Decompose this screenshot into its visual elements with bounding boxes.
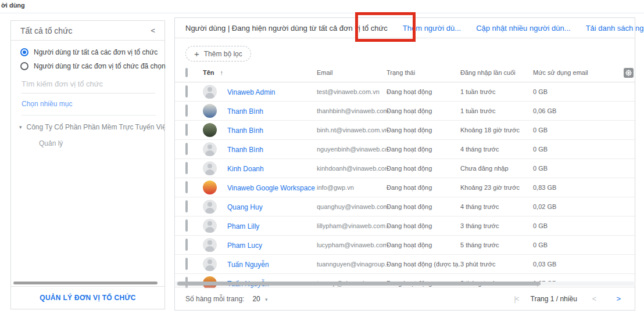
table-row[interactable]: Quang Huy quanghuy@vinaweb.com... Đang h… — [175, 197, 635, 217]
user-status: Đang hoạt động — [387, 222, 460, 229]
select-all-checkbox[interactable] — [185, 68, 188, 77]
column-header-status[interactable]: Trạng thái — [387, 69, 460, 76]
user-email: kinhdoanh@vinaweb.com... — [317, 165, 387, 172]
header-name-cell[interactable]: Tên ↑ — [203, 69, 317, 76]
add-filter-chip[interactable]: + Thêm bộ lọc — [185, 46, 251, 62]
user-email: thanhbinh@vinaweb.com... — [317, 107, 387, 114]
org-search-input[interactable]: Tìm kiếm đơn vị tổ chức — [22, 78, 155, 93]
table-row[interactable]: Vinaweb Google Workspace P... info@gwp.v… — [175, 178, 635, 197]
row-checkbox-cell — [185, 163, 203, 174]
user-email-usage: 0 GB — [533, 127, 613, 134]
radio-label: Người dùng từ các đơn vị tổ chức đã chọn — [34, 62, 166, 70]
radio-selected-org-units[interactable]: Người dùng từ các đơn vị tổ chức đã chọn — [20, 62, 156, 70]
row-checkbox-cell — [185, 240, 203, 250]
previous-page-icon[interactable]: < — [592, 294, 597, 303]
table-row[interactable]: Tuấn Nguyễn tuannp@vinaweb.com.vn Đang h… — [175, 274, 635, 288]
avatar-cell — [203, 238, 227, 252]
page-indicator: Trang 1 / nhiều — [531, 295, 577, 303]
name-cell: Quang Huy — [227, 201, 317, 212]
row-checkbox[interactable] — [185, 219, 188, 232]
chevron-down-icon: ▾ — [265, 297, 268, 302]
manage-columns-button[interactable] — [624, 68, 634, 78]
download-users-button[interactable]: Tải danh sách người dù... — [586, 24, 644, 33]
users-list-title: Người dùng | Đang hiện người dùng từ tất… — [185, 24, 388, 33]
user-status: Đang hoạt động — [387, 184, 460, 191]
row-checkbox[interactable] — [185, 104, 188, 117]
table-horizontal-scrollbar-track[interactable] — [176, 282, 634, 286]
user-email-usage: 0 GB — [533, 88, 613, 95]
avatar-cell — [203, 200, 227, 214]
row-checkbox-cell — [185, 221, 203, 231]
row-checkbox-cell — [185, 144, 203, 154]
user-avatar — [203, 200, 217, 214]
user-status: Đang hoạt động (được tạ... — [387, 261, 460, 268]
sort-ascending-icon[interactable]: ↑ — [220, 69, 224, 76]
next-page-icon[interactable]: > — [616, 294, 621, 303]
user-name-link[interactable]: Vinaweb Google Workspace P... — [227, 184, 317, 192]
add-user-button[interactable]: Thêm người dù... — [403, 24, 461, 33]
radio-unselected-icon[interactable] — [20, 62, 28, 70]
table-horizontal-scrollbar-thumb[interactable] — [177, 282, 541, 286]
org-tree-child[interactable]: Quản lý — [39, 139, 164, 147]
row-checkbox[interactable] — [185, 85, 188, 98]
user-email-usage: 0,03 GB — [533, 261, 613, 268]
table-row[interactable]: Vinaweb Admin test@vinaweb.com.vn Đang h… — [175, 82, 635, 102]
chevron-left-icon[interactable]: < — [151, 26, 155, 35]
header-checkbox-cell — [185, 69, 203, 76]
row-checkbox[interactable] — [185, 124, 188, 136]
sidebar-title: Tất cả tổ chức — [20, 26, 73, 35]
table-row[interactable]: Kinh Doanh kinhdoanh@vinaweb.com... Đang… — [175, 159, 635, 178]
column-header-email[interactable]: Email — [317, 69, 387, 76]
bulk-update-users-button[interactable]: Cập nhật nhiều người dùn... — [476, 24, 571, 33]
row-checkbox-cell — [185, 125, 203, 135]
rows-per-page-label: Số hàng mỗi trang: — [185, 295, 244, 303]
column-header-email-usage[interactable]: Mức sử dụng email — [533, 69, 613, 76]
sidebar-divider — [22, 115, 156, 116]
user-email: nguyenbinh@vinaweb.co... — [317, 146, 387, 153]
user-name-link[interactable]: Quang Huy — [227, 203, 263, 211]
table-row[interactable]: Pham Lilly lillypham@vinaweb.com.vn Đang… — [175, 217, 635, 236]
rows-per-page-select[interactable]: 20 ▾ — [252, 295, 267, 303]
user-name-link[interactable]: Vinaweb Admin — [227, 88, 276, 96]
user-name-link[interactable]: Tuấn Nguyễn — [227, 261, 269, 269]
row-checkbox[interactable] — [185, 181, 188, 193]
column-header-name[interactable]: Tên — [203, 69, 214, 76]
row-checkbox[interactable] — [185, 200, 188, 212]
user-name-link[interactable]: Thanh Bình — [227, 146, 263, 154]
org-sidebar: Tất cả tổ chức < Người dùng từ tất cả cá… — [10, 20, 165, 309]
radio-all-org-units[interactable]: Người dùng từ tất cả các đơn vị tổ chức — [20, 48, 156, 56]
user-email: lillypham@vinaweb.com.vn — [317, 222, 387, 229]
column-header-last-login[interactable]: Đăng nhập lần cuối — [460, 69, 533, 76]
user-email: binh.nt@vinaweb.com.vn — [317, 127, 387, 134]
table-row[interactable]: Tuấn Nguyễn tuannguyen@vinagroup.c... Đa… — [175, 255, 635, 274]
name-cell: Tuấn Nguyễn — [227, 259, 317, 269]
user-last-login: Khoảng 18 giờ trước — [460, 127, 533, 134]
table-row[interactable]: Pham Lucy lucypham@vinaweb.com... Đang h… — [175, 236, 635, 255]
user-status: Đang hoạt động — [387, 241, 460, 248]
user-email: quanghuy@vinaweb.com... — [317, 203, 387, 210]
user-name-link[interactable]: Pham Lilly — [227, 222, 259, 230]
user-name-link[interactable]: Thanh Bình — [227, 127, 263, 135]
radio-selected-icon[interactable] — [20, 48, 28, 56]
table-row[interactable]: Thanh Bình binh.nt@vinaweb.com.vn Đang h… — [175, 121, 635, 140]
user-name-link[interactable]: Kinh Doanh — [227, 165, 264, 173]
sidebar-horizontal-scrollbar[interactable] — [13, 282, 158, 284]
table-row[interactable]: Thanh Bình thanhbinh@vinaweb.com... Đang… — [175, 102, 635, 121]
row-checkbox-cell — [185, 259, 203, 269]
org-tree-root[interactable]: ▾ Công Ty Cổ Phần Phần Mềm Trực Tuyến Vi… — [19, 123, 164, 131]
user-status: Đang hoạt động — [387, 203, 460, 210]
add-filter-label: Thêm bộ lọc — [204, 50, 242, 58]
first-page-icon[interactable]: |< — [514, 295, 518, 303]
user-avatar — [203, 142, 217, 156]
user-name-link[interactable]: Thanh Bình — [227, 107, 263, 116]
row-checkbox[interactable] — [185, 143, 188, 155]
row-checkbox[interactable] — [185, 258, 188, 270]
tree-expand-icon[interactable]: ▾ — [19, 124, 22, 130]
row-checkbox[interactable] — [185, 162, 188, 174]
user-name-link[interactable]: Pham Lucy — [227, 241, 262, 250]
manage-org-units-button[interactable]: QUẢN LÝ ĐƠN VỊ TỔ CHỨC — [40, 294, 135, 302]
user-avatar — [203, 85, 217, 99]
table-row[interactable]: Thanh Bình nguyenbinh@vinaweb.co... Đang… — [175, 140, 635, 159]
row-checkbox[interactable] — [185, 239, 188, 251]
multi-select-link[interactable]: Chọn nhiều mục — [22, 100, 155, 108]
